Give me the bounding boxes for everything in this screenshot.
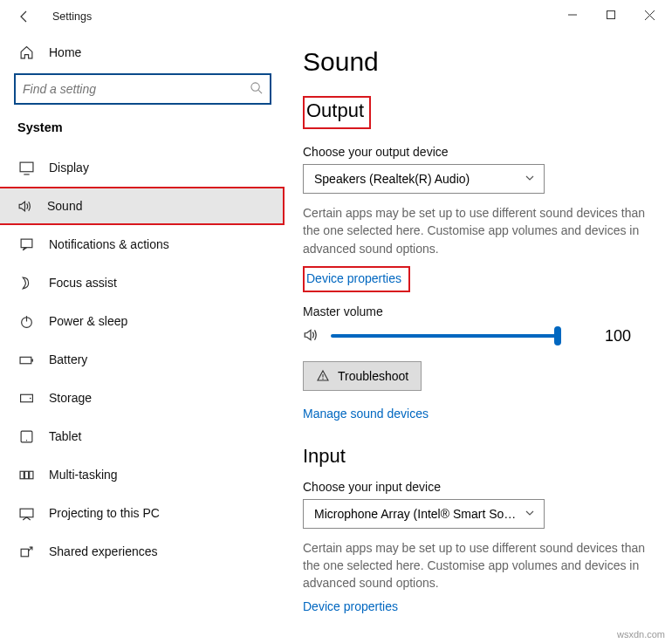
search-icon	[250, 81, 263, 97]
output-device-select[interactable]: Speakers (Realtek(R) Audio)	[303, 164, 545, 194]
chevron-down-icon	[525, 507, 535, 521]
search-box[interactable]	[14, 73, 271, 105]
shared-icon	[17, 543, 35, 560]
window-title: Settings	[52, 10, 92, 23]
sidebar-item-tablet[interactable]: Tablet	[14, 417, 271, 455]
svg-point-16	[25, 440, 26, 441]
output-device-properties-link[interactable]: Device properties	[306, 271, 401, 285]
window-controls	[553, 2, 669, 28]
svg-rect-12	[31, 359, 33, 361]
storage-icon	[17, 389, 35, 407]
display-icon	[17, 159, 35, 176]
svg-point-24	[322, 378, 323, 379]
sidebar: Home System Display Sound Notifications …	[0, 33, 284, 643]
sidebar-item-projecting[interactable]: Projecting to this PC	[14, 494, 271, 532]
sidebar-item-display[interactable]: Display	[14, 148, 271, 187]
power-icon	[17, 312, 35, 330]
svg-rect-8	[21, 239, 32, 248]
troubleshoot-button[interactable]: Troubleshoot	[303, 361, 422, 391]
device-properties-highlight: Device properties	[303, 266, 410, 292]
svg-rect-18	[24, 471, 28, 479]
troubleshoot-label: Troubleshoot	[338, 369, 408, 383]
multitasking-icon	[17, 466, 35, 483]
output-heading-highlight: Output	[303, 96, 371, 129]
watermark: wsxdn.com	[617, 629, 665, 640]
svg-rect-1	[607, 11, 615, 19]
home-icon	[17, 44, 35, 61]
svg-rect-20	[20, 509, 33, 517]
sidebar-item-focus-assist[interactable]: Focus assist	[14, 263, 271, 302]
sidebar-item-sound[interactable]: Sound	[0, 187, 285, 225]
focus-assist-icon	[17, 274, 35, 291]
battery-icon	[17, 351, 35, 368]
maximize-button[interactable]	[592, 2, 630, 28]
sidebar-item-shared-experiences[interactable]: Shared experiences	[14, 532, 271, 571]
svg-rect-6	[20, 162, 33, 172]
projecting-icon	[17, 504, 35, 522]
input-heading: Input	[303, 445, 346, 468]
close-button[interactable]	[630, 2, 669, 28]
output-device-label: Choose your output device	[303, 145, 663, 159]
slider-thumb[interactable]	[554, 326, 561, 345]
svg-point-14	[29, 397, 31, 399]
page-title: Sound	[303, 47, 663, 77]
sidebar-item-notifications[interactable]: Notifications & actions	[14, 225, 271, 263]
sidebar-item-storage[interactable]: Storage	[14, 379, 271, 417]
minimize-button[interactable]	[553, 2, 592, 28]
speaker-icon[interactable]	[303, 327, 319, 345]
svg-line-5	[258, 90, 262, 93]
master-volume-label: Master volume	[303, 304, 663, 318]
master-volume-slider[interactable]	[331, 334, 558, 338]
master-volume-row: 100	[303, 327, 663, 345]
tablet-icon	[17, 428, 35, 445]
svg-rect-21	[21, 549, 29, 557]
back-button[interactable]	[9, 1, 40, 32]
manage-sound-devices-link[interactable]: Manage sound devices	[303, 407, 429, 421]
output-device-value: Speakers (Realtek(R) Audio)	[314, 172, 470, 186]
output-description: Certain apps may be set up to use differ…	[303, 204, 661, 257]
input-device-properties-link[interactable]: Device properties	[303, 599, 398, 613]
input-description: Certain apps may be set up to use differ…	[303, 539, 661, 592]
sound-icon	[16, 197, 33, 215]
home-label: Home	[49, 45, 81, 59]
sidebar-item-multitasking[interactable]: Multi-tasking	[14, 455, 271, 494]
input-device-value: Microphone Array (Intel® Smart So…	[314, 507, 516, 521]
main-content: Sound Output Choose your output device S…	[284, 33, 672, 643]
input-device-label: Choose your input device	[303, 480, 663, 494]
sidebar-item-battery[interactable]: Battery	[14, 340, 271, 379]
input-device-select[interactable]: Microphone Array (Intel® Smart So…	[303, 499, 545, 529]
sidebar-item-power-sleep[interactable]: Power & sleep	[14, 302, 271, 340]
sidebar-category: System	[17, 120, 271, 134]
search-input[interactable]	[23, 82, 250, 96]
svg-rect-19	[29, 471, 32, 479]
notifications-icon	[17, 236, 35, 253]
svg-line-22	[28, 547, 31, 551]
chevron-down-icon	[525, 172, 535, 186]
svg-point-4	[251, 83, 259, 91]
svg-rect-17	[20, 471, 24, 479]
svg-rect-11	[20, 357, 31, 363]
master-volume-value: 100	[605, 327, 631, 345]
sidebar-home[interactable]: Home	[14, 33, 271, 72]
output-heading: Output	[306, 99, 364, 122]
